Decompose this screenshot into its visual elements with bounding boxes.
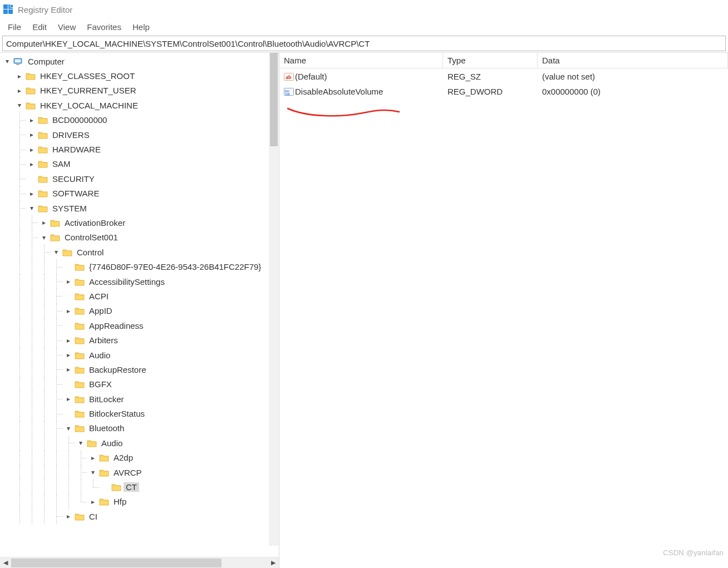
- chevron-right-icon[interactable]: ▸: [62, 392, 75, 406]
- tree-label: BCD00000000: [50, 115, 109, 125]
- folder-icon: [38, 204, 48, 213]
- tree-node-ct[interactable]: CT: [1, 480, 279, 494]
- tree-node[interactable]: ▸ DRIVERS: [1, 127, 279, 142]
- tree-node[interactable]: AppReadiness: [1, 318, 279, 333]
- blank-expander: [62, 259, 75, 274]
- chevron-right-icon[interactable]: ▸: [26, 142, 38, 156]
- tree-label: AccessibilitySettings: [87, 277, 167, 287]
- tree-node-computer[interactable]: ▾ Computer: [1, 54, 279, 68]
- tree-node[interactable]: ▸ BitLocker: [1, 392, 279, 406]
- chevron-right-icon[interactable]: ▸: [62, 362, 75, 377]
- blank-expander: [62, 318, 75, 333]
- chevron-down-icon[interactable]: ▾: [38, 230, 50, 245]
- column-header-type[interactable]: Type: [443, 53, 538, 68]
- chevron-right-icon[interactable]: ▸: [26, 127, 38, 142]
- chevron-down-icon[interactable]: ▾: [87, 465, 99, 480]
- folder-icon: [75, 292, 85, 300]
- chevron-down-icon[interactable]: ▾: [75, 436, 87, 450]
- tree-label: HKEY_CURRENT_USER: [38, 86, 139, 95]
- values-pane: Name Type Data (Default) REG_SZ (value n…: [279, 53, 728, 568]
- tree-pane: ▾ Computer ▸ HKEY_CLASSES_ROOT ▸: [0, 53, 279, 568]
- chevron-right-icon[interactable]: ▸: [62, 304, 75, 318]
- menu-help[interactable]: Help: [127, 20, 155, 34]
- tree-node-hklm[interactable]: ▾ HKEY_LOCAL_MACHINE: [1, 98, 279, 112]
- folder-icon: [62, 248, 72, 256]
- tree-node-hkcr[interactable]: ▸ HKEY_CLASSES_ROOT: [1, 68, 279, 83]
- tree-node[interactable]: ▸ Arbiters: [1, 333, 279, 347]
- chevron-right-icon[interactable]: ▸: [62, 274, 75, 289]
- tree-label: Audio: [87, 350, 112, 360]
- horizontal-scrollbar[interactable]: ◀ ▶: [0, 557, 279, 568]
- tree-node-bluetooth[interactable]: ▾ Bluetooth: [1, 421, 279, 436]
- tree-label: DRIVERS: [50, 130, 92, 140]
- tree-node[interactable]: BitlockerStatus: [1, 406, 279, 421]
- tree-node[interactable]: ▸ Audio: [1, 348, 279, 362]
- chevron-right-icon[interactable]: ▸: [26, 113, 38, 127]
- chevron-down-icon[interactable]: ▾: [50, 245, 62, 259]
- tree-node[interactable]: BGFX: [1, 377, 279, 392]
- tree-label: CI: [87, 512, 100, 521]
- column-header-name[interactable]: Name: [279, 53, 443, 68]
- tree-label: HARDWARE: [50, 145, 103, 154]
- menu-favorites[interactable]: Favorites: [81, 20, 127, 34]
- tree-node[interactable]: ▸ ActivationBroker: [1, 215, 279, 230]
- chevron-right-icon[interactable]: ▸: [13, 68, 26, 83]
- chevron-right-icon[interactable]: ▸: [26, 157, 38, 171]
- tree-node-controlset001[interactable]: ▾ ControlSet001: [1, 230, 279, 245]
- tree-node[interactable]: ▸ A2dp: [1, 451, 279, 465]
- list-row[interactable]: (Default) REG_SZ (value not set): [279, 69, 728, 84]
- column-header-data[interactable]: Data: [538, 53, 728, 68]
- tree-label: Computer: [26, 57, 67, 66]
- tree-node[interactable]: ▸ BCD00000000: [1, 113, 279, 127]
- tree-node[interactable]: ▸ SOFTWARE: [1, 186, 279, 201]
- chevron-right-icon[interactable]: ▸: [87, 495, 99, 509]
- tree-node[interactable]: ▸ HARDWARE: [1, 142, 279, 156]
- chevron-down-icon[interactable]: ▾: [26, 201, 38, 215]
- tree-node[interactable]: ▸ BackupRestore: [1, 362, 279, 377]
- vertical-scrollbar[interactable]: [269, 53, 279, 546]
- tree-node-control[interactable]: ▾ Control: [1, 245, 279, 259]
- chevron-down-icon[interactable]: ▾: [62, 421, 75, 436]
- folder-icon: [26, 72, 36, 80]
- scroll-right-icon[interactable]: ▶: [268, 557, 279, 568]
- chevron-down-icon[interactable]: ▾: [1, 54, 13, 68]
- folder-icon: [75, 307, 85, 315]
- tree-label: BitlockerStatus: [87, 409, 147, 418]
- scrollbar-thumb[interactable]: [270, 53, 278, 146]
- chevron-right-icon[interactable]: ▸: [13, 83, 26, 98]
- chevron-right-icon[interactable]: ▸: [26, 186, 38, 201]
- chevron-right-icon[interactable]: ▸: [62, 348, 75, 362]
- menu-view[interactable]: View: [52, 20, 81, 34]
- scrollbar-thumb[interactable]: [11, 559, 222, 567]
- tree-node[interactable]: ▸ CI: [1, 509, 279, 523]
- scroll-left-icon[interactable]: ◀: [0, 557, 11, 568]
- chevron-right-icon[interactable]: ▸: [38, 215, 50, 230]
- value-name: DisableAbsoluteVolume: [295, 87, 383, 96]
- menu-file[interactable]: File: [2, 20, 27, 34]
- tree-node-system[interactable]: ▾ SYSTEM: [1, 201, 279, 215]
- tree-node[interactable]: ▸ AppID: [1, 304, 279, 318]
- folder-icon: [38, 145, 48, 154]
- blank-expander: [62, 377, 75, 392]
- tree-node[interactable]: {7746D80F-97E0-4E26-9543-26B41FC22F79}: [1, 259, 279, 274]
- chevron-right-icon[interactable]: ▸: [87, 451, 99, 465]
- tree-node[interactable]: ▸ AccessibilitySettings: [1, 274, 279, 289]
- tree-node-avrcp[interactable]: ▾ AVRCP: [1, 465, 279, 480]
- tree-node[interactable]: ▸ SAM: [1, 157, 279, 171]
- address-bar[interactable]: [2, 36, 726, 51]
- tree-node[interactable]: SECURITY: [1, 171, 279, 186]
- tree-node-bluetooth-audio[interactable]: ▾ Audio: [1, 436, 279, 450]
- menu-edit[interactable]: Edit: [27, 20, 52, 34]
- list-row[interactable]: DisableAbsoluteVolume REG_DWORD 0x000000…: [279, 84, 728, 99]
- tree-label: Control: [75, 248, 106, 257]
- tree-node[interactable]: ▸ Hfp: [1, 495, 279, 509]
- folder-icon: [75, 322, 85, 330]
- chevron-right-icon[interactable]: ▸: [62, 333, 75, 347]
- blank-expander: [62, 406, 75, 421]
- tree-node-hkcu[interactable]: ▸ HKEY_CURRENT_USER: [1, 83, 279, 98]
- chevron-right-icon[interactable]: ▸: [62, 509, 75, 523]
- chevron-down-icon[interactable]: ▾: [13, 98, 26, 112]
- tree-label: SECURITY: [50, 174, 97, 184]
- tree-node[interactable]: ACPI: [1, 289, 279, 303]
- tree-label: Bluetooth: [87, 423, 126, 433]
